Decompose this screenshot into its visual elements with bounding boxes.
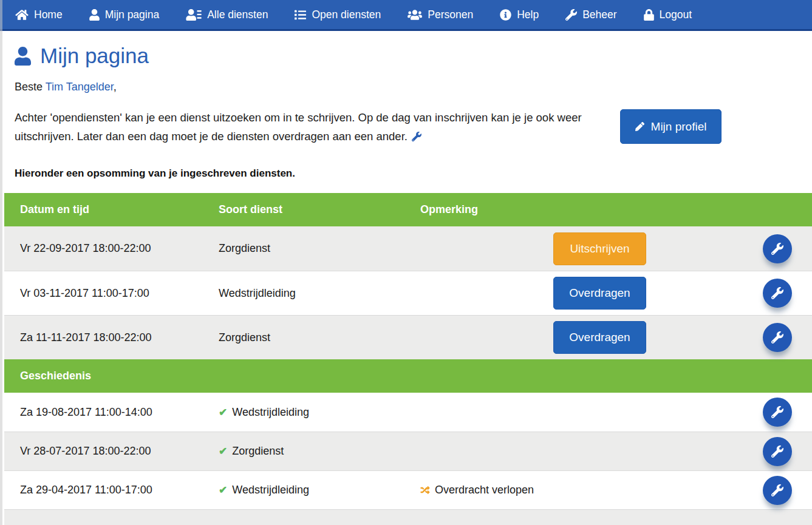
nav-label: Open diensten — [312, 8, 381, 21]
greeting-prefix: Beste — [15, 81, 43, 93]
duty-remark-cell: Overdracht verlopen — [420, 484, 549, 496]
history-row: Vr 28-07-2017 18:00-22:00 ✔ Zorgdienst — [4, 432, 812, 470]
greeting: Beste Tim Tangelder, — [15, 81, 812, 93]
unsubscribe-button[interactable]: Uitschrijven — [553, 232, 646, 265]
nav-label: Beheer — [582, 8, 616, 21]
user-list-icon — [186, 9, 202, 21]
nav-label: Logout — [660, 8, 692, 21]
info-circle-icon — [500, 9, 511, 21]
column-header-opmerking: Opmerking — [420, 203, 549, 216]
row-settings-button[interactable] — [763, 437, 792, 466]
duty-datetime: Vr 28-07-2017 18:00-22:00 — [4, 445, 219, 458]
list-icon — [295, 9, 306, 21]
row-settings-button[interactable] — [763, 476, 792, 505]
row-settings-button[interactable] — [763, 398, 792, 427]
check-icon: ✔ — [219, 406, 227, 419]
users-icon — [408, 9, 422, 21]
nav-label: Personen — [428, 8, 473, 21]
duty-datetime: Za 19-08-2017 11:00-14:00 — [4, 406, 219, 419]
duty-datetime: Za 29-04-2017 11:00-17:00 — [4, 484, 219, 496]
greeting-suffix: , — [114, 81, 117, 93]
duty-service: Zorgdienst — [219, 331, 420, 344]
check-icon: ✔ — [219, 484, 227, 496]
wrench-icon — [771, 287, 783, 299]
duties-table: Datum en tijd Soort dienst Opmerking Vr … — [4, 193, 812, 525]
lock-icon — [644, 9, 654, 21]
nav-item-personen[interactable]: Personen — [408, 8, 473, 21]
nav-item-logout[interactable]: Logout — [644, 8, 692, 21]
pencil-icon — [635, 122, 644, 131]
duty-datetime: Vr 22-09-2017 18:00-22:00 — [4, 242, 219, 255]
wrench-icon — [771, 484, 783, 496]
wrench-icon — [771, 243, 783, 255]
duty-datetime: Vr 03-11-2017 11:00-17:00 — [4, 287, 219, 300]
home-icon — [15, 9, 29, 21]
nav-item-mijn-pagina[interactable]: Mijn pagina — [89, 8, 160, 21]
nav-label: Help — [517, 8, 539, 21]
window-edge — [0, 0, 2, 525]
nav-item-home[interactable]: Home — [15, 8, 63, 21]
duty-service: Zorgdienst — [232, 445, 284, 458]
intro-text: Achter 'opendiensten' kan je een dienst … — [15, 108, 616, 146]
table-row: Vr 22-09-2017 18:00-22:00 Zorgdienst Uit… — [4, 226, 812, 271]
history-header: Geschiedenis — [4, 359, 812, 393]
wrench-icon — [771, 406, 783, 418]
nav-item-help[interactable]: Help — [500, 8, 539, 21]
duty-service: Wedstrijdleiding — [232, 484, 309, 496]
nav-item-beheer[interactable]: Beheer — [565, 8, 616, 21]
duty-service: Zorgdienst — [219, 242, 420, 255]
page-title: Mijn pagina — [15, 44, 812, 68]
shuffle-icon — [420, 486, 430, 495]
history-row: Za 19-08-2017 11:00-14:00 ✔ Wedstrijdlei… — [4, 393, 812, 432]
wrench-icon — [412, 132, 421, 141]
table-row: Vr 03-11-2017 11:00-17:00 Wedstrijdleidi… — [4, 271, 812, 315]
table-header: Datum en tijd Soort dienst Opmerking — [4, 193, 812, 226]
duty-remark: Overdracht verlopen — [435, 484, 534, 496]
row-settings-button[interactable] — [763, 323, 792, 352]
list-heading: Hieronder een opsomming van je ingeschre… — [15, 168, 812, 180]
user-icon — [89, 9, 100, 21]
user-name-link[interactable]: Tim Tangelder — [46, 81, 114, 93]
nav-item-alle-diensten[interactable]: Alle diensten — [186, 8, 268, 21]
nav-item-open-diensten[interactable]: Open diensten — [295, 8, 381, 21]
page-title-text: Mijn pagina — [40, 44, 149, 68]
history-header-label: Geschiedenis — [4, 370, 219, 382]
duty-service: Wedstrijdleiding — [219, 287, 420, 300]
partial-next-row — [4, 509, 812, 525]
history-row: Za 29-04-2017 11:00-17:00 ✔ Wedstrijdlei… — [4, 470, 812, 509]
my-profile-button[interactable]: Mijn profiel — [620, 109, 722, 144]
check-icon: ✔ — [219, 445, 227, 458]
duty-service-cell: ✔ Zorgdienst — [219, 445, 420, 458]
top-nav: Home Mijn pagina Alle diensten Open dien… — [0, 0, 812, 31]
nav-label: Home — [34, 8, 63, 21]
wrench-icon — [565, 9, 577, 21]
table-row: Za 11-11-2017 18:00-22:00 Zorgdienst Ove… — [4, 315, 812, 359]
column-header-soort: Soort dienst — [219, 203, 420, 216]
nav-label: Mijn pagina — [105, 8, 160, 21]
nav-label: Alle diensten — [207, 8, 268, 21]
duty-service: Wedstrijdleiding — [232, 406, 309, 419]
my-profile-label: Mijn profiel — [651, 120, 707, 134]
wrench-icon — [771, 445, 783, 458]
wrench-icon — [771, 331, 783, 344]
row-settings-button[interactable] — [763, 234, 792, 263]
duty-service-cell: ✔ Wedstrijdleiding — [219, 406, 420, 419]
duty-datetime: Za 11-11-2017 18:00-22:00 — [4, 331, 219, 344]
transfer-button[interactable]: Overdragen — [553, 321, 646, 354]
user-icon — [15, 47, 31, 66]
column-header-datum: Datum en tijd — [4, 203, 219, 216]
transfer-button[interactable]: Overdragen — [553, 277, 646, 310]
duty-service-cell: ✔ Wedstrijdleiding — [219, 484, 420, 496]
row-settings-button[interactable] — [763, 279, 792, 308]
